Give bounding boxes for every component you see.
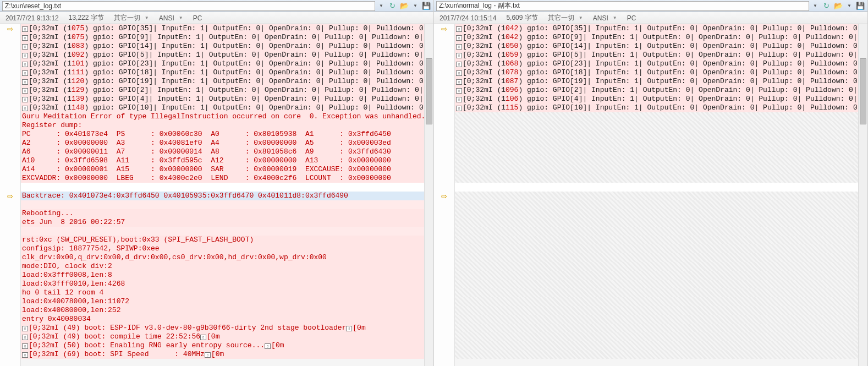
right-text-area[interactable]: ▯[0;32mI (1042) gpio: GPIO[35]| InputEn:…: [455, 24, 858, 366]
dropdown-icon[interactable]: ▼: [411, 1, 419, 11]
text-line[interactable]: [455, 288, 858, 297]
left-scrollbar[interactable]: [424, 24, 433, 366]
scrollbar-thumb[interactable]: [426, 58, 432, 124]
text-line[interactable]: [455, 262, 858, 271]
text-line[interactable]: [455, 218, 858, 227]
text-line[interactable]: Rebooting...: [21, 209, 424, 218]
left-platform[interactable]: PC: [193, 14, 202, 22]
right-scrollbar[interactable]: [858, 24, 867, 366]
chevron-down-icon[interactable]: ▼: [179, 15, 183, 20]
text-line[interactable]: ▯[0;32mI (1092) gpio: GPIO[5]| InputEn: …: [21, 51, 424, 59]
text-line[interactable]: [455, 332, 858, 341]
refresh-icon[interactable]: ↻: [821, 1, 831, 11]
text-line[interactable]: ▯[0;32mI (1111) gpio: GPIO[18]| InputEn:…: [21, 68, 424, 77]
text-line[interactable]: [455, 227, 858, 236]
text-line[interactable]: [455, 148, 858, 156]
text-line[interactable]: ▯[0;32mI (1087) gpio: GPIO[19]| InputEn:…: [455, 77, 858, 86]
text-line[interactable]: ▯[0;32mI (1075) gpio: GPIO[35]| InputEn:…: [21, 24, 424, 33]
text-line[interactable]: ▯[0;32mI (1148) gpio: GPIO[10]| InputEn:…: [21, 103, 424, 112]
text-line[interactable]: load:0x40080000,len:252: [21, 306, 424, 315]
folder-open-icon[interactable]: 📂: [399, 1, 409, 11]
text-line[interactable]: [455, 244, 858, 253]
text-line[interactable]: load:0x3fff0010,len:4268: [21, 280, 424, 288]
text-line[interactable]: ho 0 tail 12 room 4: [21, 288, 424, 297]
text-line[interactable]: ▯[0;32mI (1059) gpio: GPIO[5]| InputEn: …: [455, 51, 858, 59]
text-line[interactable]: ▯[0;32mI (1068) gpio: GPIO[23]| InputEn:…: [455, 59, 858, 68]
text-line[interactable]: [455, 183, 858, 192]
text-line[interactable]: [455, 297, 858, 306]
text-line[interactable]: [455, 112, 858, 121]
text-line[interactable]: [455, 174, 858, 183]
text-line[interactable]: [455, 130, 858, 139]
text-line[interactable]: load:0x3fff0008,len:8: [21, 271, 424, 280]
text-line[interactable]: PC : 0x401073e4 PS : 0x00060c30 A0 : 0x8…: [21, 130, 424, 139]
text-line[interactable]: rst:0xc (SW_CPU_RESET),boot:0x33 (SPI_FA…: [21, 236, 424, 244]
text-line[interactable]: [21, 227, 424, 236]
text-line[interactable]: [455, 280, 858, 288]
save-icon[interactable]: 💾: [855, 1, 865, 11]
text-line[interactable]: A10 : 0x3ffd6598 A11 : 0x3ffd595c A12 : …: [21, 156, 424, 165]
text-line[interactable]: Backtrace: 0x401073e4:0x3ffd6450 0x40105…: [21, 192, 424, 200]
text-line[interactable]: A6 : 0x00000011 A7 : 0x00000014 A8 : 0x8…: [21, 148, 424, 156]
text-line[interactable]: ▯[0;32mI (1096) gpio: GPIO[2]| InputEn: …: [455, 86, 858, 95]
save-icon[interactable]: 💾: [421, 1, 431, 11]
scrollbar-thumb[interactable]: [860, 58, 866, 124]
text-line[interactable]: [455, 200, 858, 209]
text-line[interactable]: [455, 165, 858, 174]
text-line[interactable]: ▯[0;32mI (69) boot: SPI Speed : 40MHz▯[0…: [21, 350, 424, 359]
text-line[interactable]: [455, 350, 858, 359]
chevron-down-icon[interactable]: ▼: [579, 15, 583, 20]
text-line[interactable]: EXCVADDR: 0x00000000 LBEG : 0x4000c2e0 L…: [21, 174, 424, 183]
text-line[interactable]: [455, 139, 858, 148]
left-filepath[interactable]: Z:\xun\reset_log.txt: [2, 1, 375, 11]
text-line[interactable]: [455, 192, 858, 200]
left-encoding[interactable]: ANSI: [159, 14, 174, 22]
text-line[interactable]: ▯[0;32mI (1139) gpio: GPIO[4]| InputEn: …: [21, 95, 424, 103]
text-line[interactable]: mode:DIO, clock div:2: [21, 262, 424, 271]
text-line[interactable]: [455, 121, 858, 130]
text-line[interactable]: [455, 209, 858, 218]
text-line[interactable]: configsip: 188777542, SPIWP:0xee: [21, 244, 424, 253]
text-line[interactable]: entry 0x40080034: [21, 315, 424, 324]
text-line[interactable]: [455, 156, 858, 165]
refresh-icon[interactable]: ↻: [387, 1, 397, 11]
text-line[interactable]: Guru Meditation Error of type IllegalIns…: [21, 112, 424, 121]
right-encoding[interactable]: ANSI: [593, 14, 608, 22]
text-line[interactable]: ▯[0;32mI (1106) gpio: GPIO[4]| InputEn: …: [455, 95, 858, 103]
left-text-area[interactable]: ▯[0;32mI (1075) gpio: GPIO[35]| InputEn:…: [21, 24, 424, 366]
text-line[interactable]: [21, 183, 424, 192]
text-line[interactable]: ▯[0;32mI (1078) gpio: GPIO[18]| InputEn:…: [455, 68, 858, 77]
dropdown-icon[interactable]: ▼: [377, 1, 385, 11]
left-menu[interactable]: 其它一切: [114, 13, 140, 23]
text-line[interactable]: [21, 200, 424, 209]
text-line[interactable]: ▯[0;32mI (1083) gpio: GPIO[14]| InputEn:…: [21, 42, 424, 51]
text-line[interactable]: A2 : 0x00000000 A3 : 0x40081ef0 A4 : 0x0…: [21, 139, 424, 148]
text-line[interactable]: [455, 341, 858, 350]
text-line[interactable]: ▯[0;32mI (1101) gpio: GPIO[23]| InputEn:…: [21, 59, 424, 68]
text-line[interactable]: [455, 306, 858, 315]
text-line[interactable]: Register dump:: [21, 121, 424, 130]
text-line[interactable]: ▯[0;32mI (1115) gpio: GPIO[10]| InputEn:…: [455, 103, 858, 112]
text-line[interactable]: ets Jun 8 2016 00:22:57: [21, 218, 424, 227]
text-line[interactable]: ▯[0;32mI (1075) gpio: GPIO[9]| InputEn: …: [21, 33, 424, 42]
right-menu[interactable]: 其它一切: [548, 13, 574, 23]
text-line[interactable]: [455, 271, 858, 280]
right-platform[interactable]: PC: [627, 14, 636, 22]
text-line[interactable]: clk_drv:0x00,q_drv:0x00,d_drv:0x00,cs0_d…: [21, 253, 424, 262]
chevron-down-icon[interactable]: ▼: [613, 15, 617, 20]
text-line[interactable]: [455, 324, 858, 332]
dropdown-icon[interactable]: ▼: [845, 1, 853, 11]
text-line[interactable]: ▯[0;32mI (49) boot: ESP-IDF v3.0-dev-80-…: [21, 324, 424, 332]
text-line[interactable]: A14 : 0x00000001 A15 : 0x00000000 SAR : …: [21, 165, 424, 174]
right-filepath[interactable]: Z:\xun\normal_log - 副本.txt: [436, 1, 809, 11]
text-line[interactable]: [455, 236, 858, 244]
text-line[interactable]: ▯[0;32mI (49) boot: compile time 22:52:5…: [21, 332, 424, 341]
text-line[interactable]: load:0x40078000,len:11072: [21, 297, 424, 306]
text-line[interactable]: [455, 253, 858, 262]
text-line[interactable]: ▯[0;32mI (1050) gpio: GPIO[14]| InputEn:…: [455, 42, 858, 51]
chevron-down-icon[interactable]: ▼: [145, 15, 149, 20]
folder-open-icon[interactable]: 📂: [833, 1, 843, 11]
text-line[interactable]: ▯[0;32mI (1129) gpio: GPIO[2]| InputEn: …: [21, 86, 424, 95]
text-line[interactable]: ▯[0;32mI (50) boot: Enabling RNG early e…: [21, 341, 424, 350]
dropdown-icon[interactable]: ▼: [811, 1, 819, 11]
